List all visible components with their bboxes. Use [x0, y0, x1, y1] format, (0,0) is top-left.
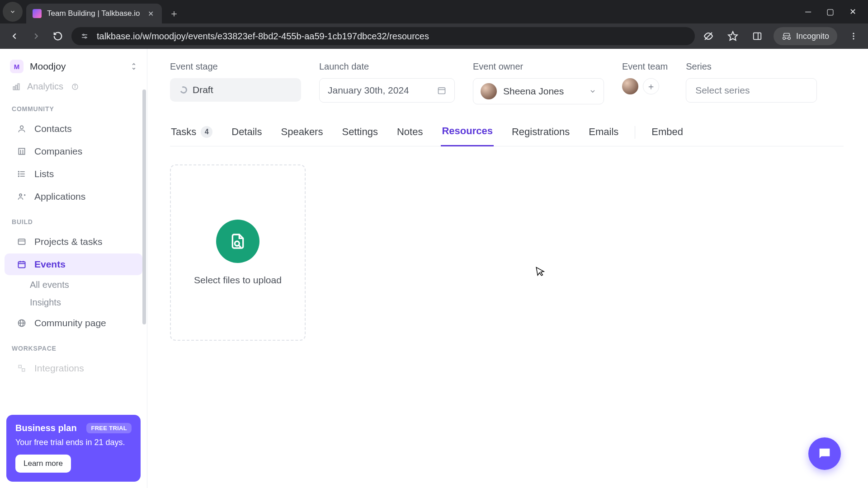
tab-tasks[interactable]: Tasks 4 — [170, 126, 213, 146]
forward-button[interactable] — [28, 28, 44, 44]
tab-speakers[interactable]: Speakers — [280, 126, 324, 146]
draft-status-icon — [179, 85, 189, 95]
applications-icon — [16, 192, 27, 201]
svg-point-25 — [19, 174, 19, 174]
sidebar-label: Contacts — [34, 123, 72, 134]
event-owner-select[interactable]: Sheena Jones — [473, 78, 604, 104]
contacts-icon — [16, 124, 27, 133]
svg-rect-40 — [22, 369, 25, 371]
app-sidebar: M Moodjoy Analytics COMMUNITY — [0, 49, 147, 488]
tab-embed[interactable]: Embed — [651, 126, 684, 146]
svg-rect-30 — [19, 239, 25, 244]
svg-line-44 — [239, 245, 241, 247]
section-workspace: WORKSPACE — [0, 335, 147, 357]
tab-emails[interactable]: Emails — [588, 126, 619, 146]
workspace-switcher[interactable]: M Moodjoy — [0, 53, 147, 78]
sidebar-item-contacts[interactable]: Contacts — [5, 118, 142, 140]
svg-point-16 — [75, 85, 75, 85]
bookmark-star-icon[interactable] — [725, 28, 741, 44]
sidebar-item-integrations[interactable]: Integrations — [5, 357, 142, 379]
globe-icon — [16, 319, 27, 328]
sidebar-item-analytics-peek[interactable]: Analytics — [0, 78, 147, 95]
tab-resources[interactable]: Resources — [441, 125, 494, 146]
back-button[interactable] — [6, 28, 23, 44]
series-select[interactable]: Select series — [686, 78, 817, 103]
sidebar-item-companies[interactable]: Companies — [5, 141, 142, 162]
team-member-avatar[interactable] — [622, 78, 638, 94]
tab-search-button[interactable] — [3, 2, 23, 22]
section-build: BUILD — [0, 208, 147, 230]
sidebar-item-applications[interactable]: Applications — [5, 186, 142, 207]
svg-rect-32 — [19, 262, 25, 267]
sidebar-item-lists[interactable]: Lists — [5, 163, 142, 185]
projects-icon — [16, 237, 27, 246]
maximize-icon[interactable]: ▢ — [826, 7, 834, 17]
sidebar-subitem-insights[interactable]: Insights — [0, 294, 147, 311]
tab-details[interactable]: Details — [231, 126, 263, 146]
new-tab-button[interactable]: ＋ — [166, 6, 182, 21]
svg-rect-6 — [754, 33, 761, 40]
sidebar-label: Applications — [34, 191, 85, 202]
tab-settings[interactable]: Settings — [341, 126, 379, 146]
svg-point-8 — [853, 33, 854, 34]
mouse-cursor-icon — [535, 265, 546, 278]
calendar-icon — [16, 260, 27, 269]
close-window-icon[interactable]: ✕ — [849, 7, 856, 17]
tab-title: Team Building | Talkbase.io — [47, 9, 142, 18]
workspace-name: Moodjoy — [30, 61, 124, 72]
chat-widget-button[interactable] — [808, 437, 841, 470]
svg-point-10 — [853, 38, 854, 39]
promo-subtitle: Your free trial ends in 21 days. — [15, 438, 132, 447]
svg-point-3 — [85, 37, 86, 38]
info-icon — [71, 83, 79, 90]
analytics-icon — [12, 82, 21, 91]
browser-tabstrip: Team Building | Talkbase.io ✕ ＋ ─ ▢ ✕ — [0, 0, 868, 23]
reload-button[interactable] — [50, 28, 66, 44]
owner-name: Sheena Jones — [503, 86, 564, 97]
incognito-chip[interactable]: Incognito — [774, 27, 837, 45]
label-series: Series — [686, 61, 817, 72]
address-bar[interactable]: talkbase.io/w/moodjoy/events/e33823ef-8b… — [71, 27, 695, 45]
sidebar-item-events[interactable]: Events — [5, 253, 142, 275]
sidebar-item-community-page[interactable]: Community page — [5, 312, 142, 334]
sidebar-subitem-all-events[interactable]: All events — [0, 276, 147, 294]
tab-divider — [635, 126, 635, 139]
integrations-icon — [16, 364, 27, 373]
svg-rect-12 — [15, 85, 17, 89]
side-panel-icon[interactable] — [749, 28, 765, 44]
chevron-down-icon — [589, 88, 596, 95]
sidebar-label: Lists — [34, 169, 54, 179]
companies-icon — [16, 147, 27, 156]
window-controls: ─ ▢ ✕ — [805, 0, 868, 23]
svg-rect-41 — [439, 88, 445, 94]
tab-registrations[interactable]: Registrations — [511, 126, 571, 146]
kebab-menu-icon[interactable] — [845, 28, 862, 44]
tab-label: Tasks — [171, 126, 196, 138]
sidebar-label: Integrations — [34, 363, 84, 374]
sidebar-item-projects[interactable]: Projects & tasks — [5, 231, 142, 253]
eye-off-icon[interactable] — [700, 28, 717, 44]
lists-icon — [16, 169, 27, 178]
section-community: COMMUNITY — [0, 95, 147, 117]
svg-point-26 — [19, 176, 19, 177]
launch-date-field[interactable]: January 30th, 2024 — [319, 78, 455, 103]
browser-tab-active[interactable]: Team Building | Talkbase.io ✕ — [26, 4, 162, 23]
upload-dropzone[interactable]: Select files to upload — [170, 164, 306, 341]
chevron-updown-icon — [131, 62, 137, 70]
sidebar-scrollbar[interactable] — [142, 89, 146, 324]
calendar-icon — [437, 86, 446, 95]
owner-avatar — [481, 83, 497, 99]
trial-promo-card: Business plan FREE TRIAL Your free trial… — [6, 415, 141, 482]
event-stage-select[interactable]: Draft — [170, 78, 301, 102]
sidebar-label: Companies — [34, 146, 82, 157]
add-team-member-button[interactable]: ＋ — [643, 78, 659, 94]
label-event-stage: Event stage — [170, 61, 301, 72]
svg-point-2 — [83, 34, 84, 36]
svg-point-9 — [853, 35, 854, 37]
tab-notes[interactable]: Notes — [396, 126, 424, 146]
close-tab-icon[interactable]: ✕ — [148, 9, 154, 18]
minimize-icon[interactable]: ─ — [805, 7, 811, 17]
site-settings-icon[interactable] — [79, 30, 90, 42]
learn-more-button[interactable]: Learn more — [15, 455, 71, 473]
favicon-icon — [33, 9, 42, 18]
